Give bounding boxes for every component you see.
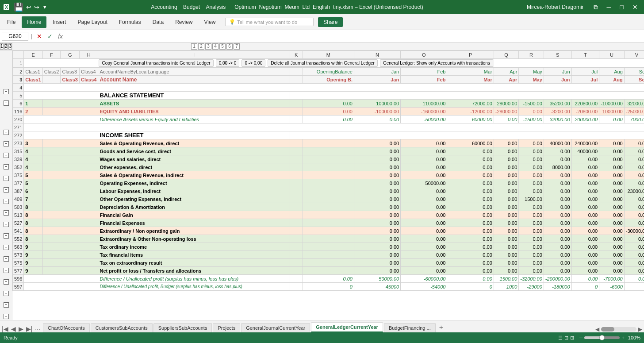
table-row: 541 8 Extraordinary / Non operating gain… xyxy=(13,227,644,235)
col-level-5[interactable]: 5 xyxy=(219,43,226,50)
tab-view[interactable]: View xyxy=(199,16,221,28)
col-f[interactable]: F xyxy=(42,51,61,59)
col-h[interactable]: H xyxy=(79,51,98,59)
left-gutter: + + + + + + + + + + + + + + + + + + + xyxy=(0,50,12,320)
expand-row-387[interactable]: + xyxy=(4,199,9,204)
col-u[interactable]: U xyxy=(599,51,625,59)
level-3-btn[interactable]: 3 xyxy=(8,43,12,50)
col-t[interactable]: T xyxy=(571,51,599,59)
customize-btn[interactable]: ▼ xyxy=(42,4,47,10)
tab-formulas[interactable]: Formulas xyxy=(114,16,146,28)
tab-last-btn[interactable]: ▶| xyxy=(25,325,34,332)
page-layout-btn[interactable]: ⊡ xyxy=(564,335,568,341)
ribbon-search[interactable]: 💡 Tell me what you want to do xyxy=(225,18,314,26)
add-sheet-btn[interactable]: + xyxy=(437,324,446,331)
col-level-3[interactable]: 3 xyxy=(205,43,211,50)
close-btn[interactable]: ✕ xyxy=(630,3,640,12)
expand-row-352[interactable]: + xyxy=(4,164,9,170)
tab-budget-financing[interactable]: BudgetFinancing ... xyxy=(384,323,436,332)
format-btn2[interactable]: 0 -> 0,00 xyxy=(242,59,265,67)
expand-row-339[interactable]: + xyxy=(4,153,9,158)
format-btn1[interactable]: 0,00 -> 0 xyxy=(216,59,240,67)
copy-journal-btn[interactable]: Copy General Journal transactions into G… xyxy=(99,59,213,67)
page-break-btn[interactable]: ⊞ xyxy=(570,335,574,341)
grid-area: E F G H I K M N O P Q R S xyxy=(12,50,644,320)
expand-row-577[interactable]: + xyxy=(4,314,9,319)
col-k[interactable]: K xyxy=(290,51,303,59)
zoom-out-btn[interactable]: ─ xyxy=(579,335,583,340)
maximize-btn[interactable]: □ xyxy=(617,3,626,12)
col-o[interactable]: O xyxy=(401,51,447,59)
col-e[interactable]: E xyxy=(24,51,42,59)
tab-projects[interactable]: Projects xyxy=(213,323,240,332)
zoom-in-btn[interactable]: + xyxy=(621,335,624,340)
expand-row-513[interactable]: + xyxy=(4,233,9,239)
scroll-right-btn[interactable]: ▶ xyxy=(638,326,642,332)
scroll-left-btn[interactable]: ◀ xyxy=(595,326,599,332)
col-i[interactable]: I xyxy=(98,51,290,59)
cancel-icon[interactable]: ✕ xyxy=(35,33,44,40)
level-2-btn[interactable]: 2 xyxy=(4,43,8,50)
expand-row-575[interactable]: + xyxy=(4,302,9,308)
show-accounts-btn[interactable]: General Ledger: Show only Accounts with … xyxy=(380,59,493,67)
expand-row-527[interactable]: + xyxy=(4,245,9,250)
share-button[interactable]: Share xyxy=(318,17,343,27)
expand-row-563[interactable]: + xyxy=(4,279,9,285)
col-n[interactable]: N xyxy=(354,51,400,59)
minimize-btn[interactable]: ─ xyxy=(604,3,614,12)
grid-scroll[interactable]: E F G H I K M N O P Q R S xyxy=(12,50,644,320)
tab-insert[interactable]: Insert xyxy=(47,16,71,28)
expand-row-541[interactable]: + xyxy=(4,256,9,262)
redo-btn[interactable]: ↪ xyxy=(34,4,39,11)
tab-data[interactable]: Data xyxy=(147,16,169,28)
undo-btn[interactable]: ↩ xyxy=(26,4,31,11)
tab-home[interactable]: Home xyxy=(22,16,46,28)
normal-view-btn[interactable]: ☰ xyxy=(558,335,563,341)
col-level-7[interactable]: 7 xyxy=(234,43,240,50)
expand-row-273[interactable]: + xyxy=(4,130,9,135)
table-row: 409 7 Other Operating Expenses, indirect… xyxy=(13,195,644,203)
tab-general-ledger[interactable]: GeneralLedgerCurrentYear xyxy=(311,322,383,332)
expand-row-573[interactable]: + xyxy=(4,291,9,296)
expand-row-116[interactable]: + xyxy=(4,100,9,106)
col-q[interactable]: Q xyxy=(494,51,519,59)
expand-row-315[interactable]: + xyxy=(4,141,9,146)
cell-reference-input[interactable] xyxy=(2,32,28,41)
col-m[interactable]: M xyxy=(303,51,354,59)
tab-next-btn[interactable]: ▶ xyxy=(18,325,24,332)
delete-journal-btn[interactable]: Delete all Journal transactions within G… xyxy=(268,59,378,67)
tab-page-layout[interactable]: Page Layout xyxy=(72,16,112,28)
col-level-6[interactable]: 6 xyxy=(226,43,233,50)
confirm-icon[interactable]: ✓ xyxy=(46,33,54,40)
formula-input[interactable] xyxy=(66,32,642,40)
tab-chart-of-accounts[interactable]: ChartOfAccounts xyxy=(43,323,90,332)
tab-general-journal[interactable]: GeneralJournalCurrentYear xyxy=(241,323,310,332)
tab-file[interactable]: File xyxy=(2,16,21,28)
col-g[interactable]: G xyxy=(61,51,79,59)
tab-prev-btn[interactable]: ◀ xyxy=(10,325,17,332)
tab-customers-sub[interactable]: CustomersSubAccounts xyxy=(91,323,153,332)
expand-row-375[interactable]: + xyxy=(4,176,9,181)
col-p[interactable]: P xyxy=(447,51,494,59)
table-row: 563 9 Tax ordinary income 0.00 0.00 0.00… xyxy=(13,243,644,251)
col-level-1[interactable]: 1 xyxy=(191,43,197,50)
col-r[interactable]: R xyxy=(519,51,544,59)
tab-more-btn[interactable]: ··· xyxy=(34,325,41,332)
row-num-1: 1 xyxy=(13,59,24,68)
tab-suppliers-sub[interactable]: SuppliersSubAccounts xyxy=(153,323,212,332)
tab-review[interactable]: Review xyxy=(170,16,198,28)
spreadsheet-table: E F G H I K M N O P Q R S xyxy=(12,50,644,291)
level-1-btn[interactable]: 1 xyxy=(0,43,4,50)
expand-row-409[interactable]: + xyxy=(4,210,9,216)
col-level-4[interactable]: 4 xyxy=(212,43,218,50)
expand-row-503[interactable]: + xyxy=(4,222,9,227)
restore-btn[interactable]: ⧉ xyxy=(591,3,601,12)
col-level-2[interactable]: 2 xyxy=(198,43,204,50)
tab-first-btn[interactable]: |◀ xyxy=(1,325,9,332)
col-s[interactable]: S xyxy=(544,51,571,59)
function-icon[interactable]: fx xyxy=(56,33,65,40)
expand-row-6[interactable]: + xyxy=(4,89,9,94)
expand-row-377[interactable]: + xyxy=(4,187,9,193)
expand-row-552[interactable]: + xyxy=(4,268,9,273)
col-v[interactable]: V xyxy=(624,51,644,59)
